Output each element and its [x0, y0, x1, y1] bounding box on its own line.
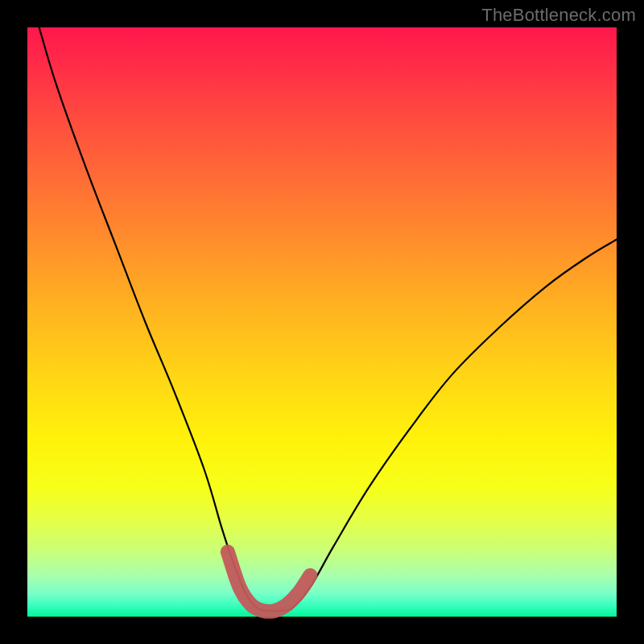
- watermark-text: TheBottleneck.com: [481, 5, 636, 26]
- chart-svg: [27, 27, 617, 617]
- plot-area: [27, 27, 617, 617]
- flat-bottom-highlight: [228, 551, 310, 611]
- bottleneck-curve: [39, 27, 617, 611]
- chart-frame: TheBottleneck.com: [0, 0, 644, 644]
